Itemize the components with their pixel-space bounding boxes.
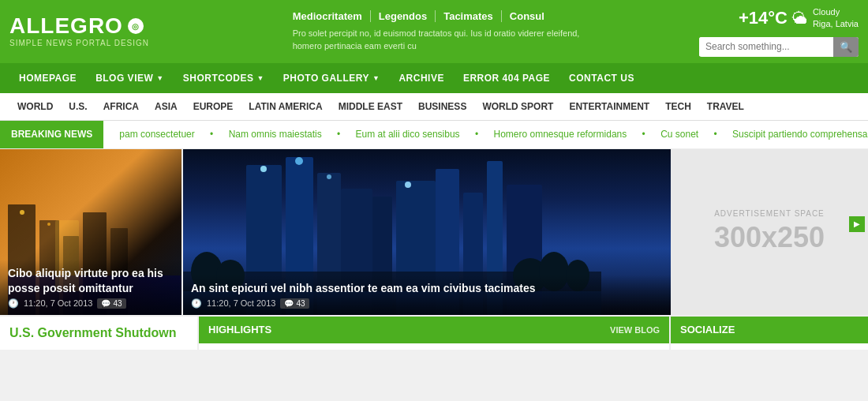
- nav-photo-gallery[interactable]: PHOTO GALLERY▼: [274, 63, 390, 93]
- nav-archive[interactable]: ARCHIVE: [389, 63, 454, 93]
- featured-articles: Cibo aliquip virtute pro ea his posse po…: [0, 149, 671, 315]
- advertisement-space: ADVERTISEMENT SPACE 300x250: [671, 149, 868, 315]
- cat-business[interactable]: BUSINESS: [410, 92, 474, 120]
- article-large-comments: 💬 43: [280, 298, 309, 309]
- search-input[interactable]: [699, 37, 833, 56]
- article-large[interactable]: An sint epicuri vel nibh assentior te ea…: [183, 149, 671, 315]
- search-box[interactable]: 🔍: [699, 37, 859, 57]
- content-area: Cibo aliquip virtute pro ea his posse po…: [0, 149, 868, 315]
- nav-link-mediocritatem[interactable]: Mediocritatem: [293, 10, 371, 22]
- highlights-header: HIGHLIGHTS View blog: [199, 317, 669, 343]
- weather-info: Cloudy Riga, Latvia: [813, 6, 859, 31]
- ad-size: 300x250: [714, 221, 825, 254]
- socialize-header: SOCIALIZE: [671, 317, 868, 343]
- weather-icon: 🌥: [792, 9, 808, 28]
- nav-link-legendos[interactable]: Legendos: [371, 10, 436, 22]
- svg-point-21: [295, 157, 303, 165]
- cat-middle-east[interactable]: MIDDLE EAST: [331, 92, 410, 120]
- view-blog-link[interactable]: View blog: [610, 325, 660, 335]
- bottom-row: U.S. Government Shutdown HIGHLIGHTS View…: [0, 315, 868, 350]
- svg-point-6: [20, 210, 24, 215]
- nav-link-consul[interactable]: Consul: [502, 10, 552, 22]
- breaking-news-label: BREAKING NEWS: [0, 121, 103, 149]
- ad-label: ADVERTISEMENT SPACE: [714, 209, 825, 218]
- main-navigation: HOMEPAGE BLOG VIEW▼ SHORTCODES▼ PHOTO GA…: [0, 63, 868, 93]
- article-large-title: An sint epicuri vel nibh assentior te ea…: [191, 281, 663, 295]
- cat-entertainment[interactable]: ENTERTAINMENT: [561, 92, 657, 120]
- article-small-time: 11:20, 7 Oct 2013: [24, 298, 92, 308]
- article-large-overlay: An sint epicuri vel nibh assentior te ea…: [183, 275, 671, 315]
- svg-point-23: [405, 182, 411, 188]
- breaking-news-bar: BREAKING NEWS pam consectetuer • Nam omn…: [0, 121, 868, 149]
- article-small[interactable]: Cibo aliquip virtute pro ea his posse po…: [0, 149, 181, 315]
- cat-world-sport[interactable]: WORLD SPORT: [474, 92, 561, 120]
- bottom-left-panel: U.S. Government Shutdown: [0, 317, 197, 350]
- cat-us[interactable]: U.S.: [61, 92, 95, 120]
- article-small-title: Cibo aliquip virtute pro ea his posse po…: [8, 266, 174, 294]
- weather-widget: +14°C 🌥 Cloudy Riga, Latvia: [739, 6, 859, 31]
- weather-temperature: +14°C: [739, 8, 788, 28]
- header-right: +14°C 🌥 Cloudy Riga, Latvia 🔍: [699, 6, 859, 57]
- nav-blog-view[interactable]: BLOG VIEW▼: [86, 63, 174, 93]
- nav-contact-us[interactable]: CONTACT US: [559, 63, 644, 93]
- nav-homepage[interactable]: HOMEPAGE: [9, 63, 86, 93]
- nav-link-tacimates[interactable]: Tacimates: [436, 10, 502, 22]
- article-small-overlay: Cibo aliquip virtute pro ea his posse po…: [0, 260, 181, 314]
- ad-scroll-arrow[interactable]: ▶: [849, 216, 865, 232]
- nav-shortcodes[interactable]: SHORTCODES▼: [174, 63, 274, 93]
- article-large-meta: 🕐 11:20, 7 Oct 2013 💬 43: [191, 298, 663, 309]
- socialize-panel: SOCIALIZE: [671, 317, 868, 350]
- ad-container: ADVERTISEMENT SPACE 300x250 ▶: [671, 149, 868, 315]
- article-small-meta: 🕐 11:20, 7 Oct 2013 💬 43: [8, 298, 174, 309]
- search-button[interactable]: 🔍: [833, 37, 859, 57]
- highlights-label: HIGHLIGHTS: [208, 324, 271, 335]
- cat-asia[interactable]: ASIA: [147, 92, 185, 120]
- cat-world[interactable]: WORLD: [9, 92, 61, 120]
- highlights-panel: HIGHLIGHTS View blog: [199, 317, 669, 350]
- logo-area: ALLEGRO ◎ SIMPLE NEWS PORTAL DESIGN: [9, 15, 149, 47]
- logo-title: ALLEGRO: [9, 15, 123, 37]
- header-top-nav: Mediocritatem Legendos Tacimates Consul: [293, 10, 580, 22]
- socialize-label: SOCIALIZE: [680, 324, 735, 335]
- svg-point-22: [327, 174, 331, 179]
- clock-icon-large: 🕐: [191, 298, 202, 309]
- cat-latin-america[interactable]: LATIN AMERICA: [241, 92, 330, 120]
- article-small-comments: 💬 43: [97, 298, 125, 309]
- article-large-time: 11:20, 7 Oct 2013: [207, 298, 275, 308]
- header-description: Pro solet percipit no, id euismod tracta…: [293, 27, 580, 53]
- logo-subtitle: SIMPLE NEWS PORTAL DESIGN: [9, 39, 149, 47]
- header: ALLEGRO ◎ SIMPLE NEWS PORTAL DESIGN Medi…: [0, 0, 868, 63]
- cat-travel[interactable]: TRAVEL: [699, 92, 752, 120]
- header-nav-links: Mediocritatem Legendos Tacimates Consul …: [293, 10, 580, 53]
- svg-point-20: [260, 166, 267, 172]
- nav-error-404[interactable]: ERROR 404 PAGE: [454, 63, 559, 93]
- breaking-news-text: pam consectetuer • Nam omnis maiestatis …: [103, 129, 868, 140]
- cat-europe[interactable]: EUROPE: [185, 92, 241, 120]
- svg-point-7: [47, 223, 51, 226]
- category-navigation: WORLD U.S. AFRICA ASIA EUROPE LATIN AMER…: [0, 93, 868, 121]
- logo-icon: ◎: [128, 18, 144, 34]
- clock-icon: 🕐: [8, 298, 19, 309]
- bottom-left-title: U.S. Government Shutdown: [9, 326, 188, 340]
- cat-tech[interactable]: TECH: [657, 92, 699, 120]
- cat-africa[interactable]: AFRICA: [95, 92, 147, 120]
